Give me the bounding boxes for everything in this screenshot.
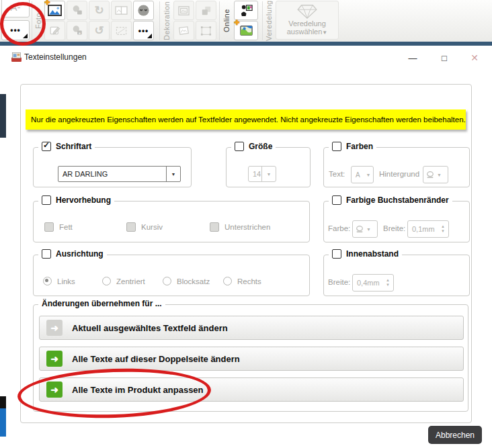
padding-width-spinner: 0,4mm ▲▼ (352, 274, 394, 292)
blocksatz-radio (163, 277, 171, 285)
app-toolbar: A- ••• Foto ✚ ↻ (0, 0, 492, 42)
map-image-icon (239, 24, 253, 37)
person-screen-icon (239, 3, 253, 17)
groesse-checkbox[interactable] (235, 142, 244, 151)
farben-checkbox[interactable] (332, 142, 341, 151)
online-map-button[interactable]: ✚ (234, 21, 258, 40)
kursiv-checkbox (126, 222, 136, 232)
tilted-image-icon (177, 26, 190, 36)
farben-group: Farben Text: A ▼ Hintergrund ▼ (323, 147, 470, 187)
font-smaller-button[interactable]: A- (1, 0, 30, 17)
photo-more-options-button[interactable]: ••• (133, 21, 154, 40)
innenabstand-checkbox[interactable] (332, 249, 341, 259)
check-icon: ✓ (43, 140, 50, 150)
overlap-squares-icon (200, 5, 212, 16)
framed-image-button[interactable] (173, 1, 194, 20)
fett-option: Fett (44, 222, 73, 232)
apply-current-textfield-button[interactable]: ➜ Aktuell ausgewähltes Textfeld ändern (39, 316, 464, 340)
dropdown-arrow-icon: ▼ (261, 167, 276, 181)
text-more-options-button[interactable]: ••• (1, 20, 30, 40)
rotate-left-button[interactable]: ↺ (89, 21, 110, 40)
text-color-glyph: A (352, 171, 364, 179)
font-size-value: 14 (249, 170, 261, 178)
toolbar-divider (262, 1, 263, 40)
apply-whole-product-button[interactable]: ➜ Alle Texte im Produkt anpassen (39, 377, 464, 402)
font-smaller-label: A- (11, 1, 21, 13)
links-radio (43, 277, 52, 285)
add-shape-button[interactable]: + (67, 21, 87, 40)
unterstrichen-option: Unterstrichen (210, 222, 270, 232)
buchstabenraender-group: Farbige Buchstabenränder Farbe: ▼ Breite… (323, 201, 470, 242)
kursiv-label: Kursiv (141, 223, 163, 231)
remove-shape-button[interactable] (67, 1, 87, 20)
apply-section-label: Änderungen übernehmen für ... (42, 299, 162, 308)
dialog-content-panel: Nur die angekreuzten Eigenschaften werde… (20, 84, 472, 423)
minimize-button[interactable]: — (403, 50, 423, 66)
zentriert-radio (102, 277, 111, 285)
veredelung-button-line2: auswählen▼ (287, 28, 328, 37)
font-family-select[interactable]: AR DARLING ▼ (58, 166, 181, 182)
cancel-button[interactable]: Abbrechen (428, 426, 482, 444)
farbe-label: Farbe: (328, 224, 350, 232)
ausrichtung-label: Ausrichtung (56, 249, 104, 259)
veredelung-select-button[interactable]: Veredelung auswählen▼ (276, 1, 339, 40)
texteinstellungen-dialog: Texteinstellungen — □ ✕ Nur die angekreu… (6, 46, 492, 448)
spin-up-icon: ▲ (441, 224, 445, 229)
rechts-radio (223, 277, 232, 285)
apply-double-page-button[interactable]: ➜ Alle Texte auf dieser Doppelseite ände… (39, 347, 464, 371)
fett-checkbox (44, 222, 54, 232)
online-presentation-button[interactable] (234, 1, 258, 20)
font-size-select: 14 ▼ (248, 166, 276, 182)
toolbar-divider (159, 1, 160, 40)
chevron-down-icon: ▼ (322, 30, 327, 36)
text-color-select: A ▼ (351, 166, 374, 183)
selection-frame-icon (200, 26, 212, 36)
selection-frame-button[interactable] (196, 21, 216, 40)
dialog-title: Texteinstellungen (24, 52, 87, 62)
maximize-button[interactable]: □ (434, 50, 454, 66)
group-label-dekoration: Dekoration (161, 0, 171, 42)
tilted-image-button[interactable] (173, 21, 194, 40)
dropdown-arrow-icon: ▼ (435, 167, 444, 183)
spin-down-icon: ▼ (441, 229, 445, 234)
font-family-value: AR DARLING (58, 170, 166, 178)
ausrichtung-checkbox[interactable] (42, 249, 51, 259)
crop-frame-icon (115, 26, 128, 36)
hervorhebung-label: Hervorhebung (56, 195, 111, 205)
schriftart-checkbox[interactable]: ✓ (42, 142, 51, 151)
shape-minus-icon (71, 5, 83, 16)
groesse-label: Größe (249, 142, 272, 151)
text-color-label: Text: (329, 170, 345, 178)
unterstrichen-checkbox (210, 222, 219, 232)
hervorhebung-group: Hervorhebung Fett Kursiv Unterstrichen (33, 201, 310, 242)
spinner-arrows: ▲▼ (382, 278, 393, 287)
double-page-icon (115, 5, 128, 15)
rechts-option: Rechts (223, 277, 261, 285)
add-photo-button[interactable]: ✚ (44, 1, 65, 20)
plus-badge-icon: ✚ (234, 19, 239, 26)
layers-button[interactable] (196, 1, 216, 20)
app-background-left (0, 94, 6, 138)
links-option: Links (43, 277, 75, 285)
smiley-button[interactable] (133, 1, 154, 20)
toolbar-divider (32, 1, 32, 40)
spread-view-button[interactable] (111, 1, 132, 20)
dropdown-arrow-icon[interactable]: ▼ (166, 167, 180, 181)
corner-triangle-icon (147, 34, 152, 38)
edit-photo-button[interactable] (44, 21, 65, 40)
edit-icon (49, 25, 61, 36)
hervorhebung-checkbox[interactable] (42, 195, 51, 205)
app-background-left (0, 408, 6, 437)
border-width-spinner: 0,1mm ▲▼ (407, 220, 449, 238)
paint-bucket-icon (425, 171, 435, 179)
rotate-right-button[interactable]: ↻ (89, 1, 110, 20)
buchstabenraender-checkbox[interactable] (332, 195, 341, 205)
arrow-right-icon: ➜ (46, 351, 63, 367)
corner-triangle-icon (23, 34, 28, 38)
apply-whole-product-label: Alle Texte im Produkt anpassen (72, 385, 204, 395)
close-button[interactable]: ✕ (464, 50, 485, 66)
group-label-foto: Foto (33, 0, 43, 42)
padding-width-value: 0,4mm (353, 279, 382, 287)
transform-frame-button[interactable] (111, 21, 132, 40)
dropdown-arrow-icon: ▼ (364, 167, 373, 183)
